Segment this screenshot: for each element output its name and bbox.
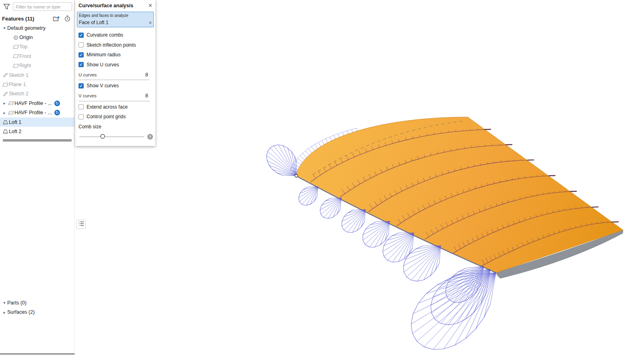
feature-tree-item-11-loft-2[interactable]: Loft 2 [0,127,74,136]
surface-icon [7,101,14,105]
feature-label: Right [19,63,31,68]
number-field-v-curves[interactable]: V curves8 [78,91,150,101]
feature-label: Loft 2 [9,129,21,134]
plane-icon [12,54,19,58]
checkbox-row-control-point-grids[interactable]: Control point grids [75,112,155,122]
feature-tree-item-8-havf-profile[interactable]: ▸HAVF Profile - ...↻ [0,99,74,108]
section-label-text: Comb size [78,124,101,130]
feature-label: Origin [19,35,33,40]
chevron-right-icon[interactable]: ▸ [2,101,7,105]
number-field-value[interactable]: 8 [145,72,150,78]
checkbox-label: Extend across face [87,104,128,110]
plane-icon [2,82,9,87]
origin-icon [12,35,19,40]
feature-tree-panel: Features (11) ▾Default geometryOriginTop… [0,0,75,354]
feature-tree-item-3-front[interactable]: Front [0,51,74,61]
section-label-comb-size: Comb size [75,122,155,132]
number-field-value[interactable]: 8 [145,93,150,99]
feature-tree-item-6-plane-1[interactable]: Plane 1 [0,80,74,89]
add-folder-icon[interactable] [53,16,60,22]
checkbox-minimum-radius[interactable]: ✓ [78,52,84,58]
chevron-down-icon[interactable]: ▾ [2,300,7,305]
feature-tree-item-2-top[interactable]: Top [0,42,74,51]
number-field-u-curves[interactable]: U curves8 [78,70,150,80]
tree-list-icon [78,221,84,227]
close-icon[interactable]: × [149,2,152,9]
feature-tree-item-7-sketch-2[interactable]: Sketch 2 [0,89,74,99]
feature-tree-item-4-right[interactable]: Right [0,61,74,70]
checkbox-control-point-grids[interactable] [78,114,84,119]
checkbox-show-u-curves[interactable]: ✓ [78,62,84,67]
comb-size-slider[interactable]: ? [79,132,144,141]
feature-label: Sketch 1 [9,72,29,78]
feature-tree-item-10-loft-1[interactable]: Loft 1 [0,117,74,127]
feature-label: Default geometry [7,25,45,31]
checkbox-label: Show V curves [87,83,119,88]
rollback-bar[interactable] [3,139,72,142]
surfaces-section-header[interactable]: ▸ Surfaces (2) [0,307,74,317]
chevron-right-icon[interactable]: ▸ [2,111,7,115]
features-header-row: Features (11) [0,12,74,23]
clear-selection-icon[interactable]: × [149,20,152,25]
help-icon[interactable]: ? [147,134,153,140]
filter-funnel-icon[interactable] [3,4,10,10]
checkbox-show-v-curves[interactable]: ✓ [78,83,84,88]
slider-track [79,136,144,137]
checkbox-label: Sketch inflection points [87,42,136,48]
feature-label: Loft 1 [9,119,21,125]
sketch-icon [2,72,9,78]
lists-section: ▾ Parts (0) ▸ Surfaces (2) [0,298,74,317]
filter-input[interactable] [13,2,72,11]
checkbox-row-show-u-curves[interactable]: ✓Show U curves [75,60,155,70]
checkbox-curvature-combs[interactable]: ✓ [78,33,84,38]
filter-bar [0,0,74,12]
parts-section-header[interactable]: ▾ Parts (0) [0,298,74,307]
feature-label: Top [19,44,27,49]
feature-tree-item-9-havf-profile[interactable]: ▸HAVF Profile - ...↻ [0,108,74,117]
number-field-label: V curves [78,93,97,98]
checkbox-label: Minimum radius [87,52,121,58]
checkbox-row-sketch-inflection-points[interactable]: Sketch inflection points [75,40,155,50]
feature-tree-item-0-default-geometry[interactable]: ▾Default geometry [0,23,74,33]
feature-label: HAVF Profile - ... [14,101,52,106]
linked-doc-icon[interactable]: ↻ [54,101,60,106]
dialog-title: Curve/surface analysis [78,3,133,8]
feature-label: Front [19,53,31,59]
feature-label: Sketch 2 [9,91,29,97]
feature-tree-item-1-origin[interactable]: Origin [0,33,74,42]
selection-box-label: Edges and faces to analyze [79,13,152,18]
surfaces-header-label: Surfaces (2) [7,309,35,315]
chevron-down-icon[interactable]: ▾ [2,26,7,30]
slider-handle[interactable] [100,134,105,139]
feature-label: Plane 1 [9,82,26,87]
curve-surface-analysis-dialog: Curve/surface analysis × Edges and faces… [75,0,155,146]
plane-icon [12,64,19,68]
chevron-right-icon[interactable]: ▸ [2,310,7,315]
feature-label: HAVF Profile - ... [14,110,52,115]
checkbox-label: Curvature combs [87,32,123,38]
selection-value: Face of Loft 1 [79,20,108,25]
checkbox-sketch-inflection-points[interactable] [78,42,84,47]
checkbox-row-extend-across-face[interactable]: Extend across face [75,102,155,112]
checkbox-row-show-v-curves[interactable]: ✓Show V curves [75,81,155,91]
checkbox-row-minimum-radius[interactable]: ✓Minimum radius [75,50,155,60]
history-icon[interactable] [64,15,70,22]
feature-tree-item-5-sketch-1[interactable]: Sketch 1 [0,70,74,80]
linked-doc-icon[interactable]: ↻ [54,110,60,115]
checkbox-row-curvature-combs[interactable]: ✓Curvature combs [75,30,155,40]
tree-toggle-button[interactable] [76,220,86,229]
loft-icon [2,129,9,134]
checkbox-label: Control point grids [87,114,126,119]
surface-icon [7,111,14,115]
checkbox-label: Show U curves [87,62,119,68]
plane-icon [12,45,19,49]
feature-tree: ▾Default geometryOriginTopFrontRightSket… [0,23,74,136]
parts-header-label: Parts (0) [7,300,27,306]
dialog-body: ✓Curvature combsSketch inflection points… [75,30,155,141]
features-header-label: Features (11) [2,16,34,22]
loft-icon [2,120,9,125]
number-field-label: U curves [78,72,97,77]
selection-box[interactable]: Edges and faces to analyze Face of Loft … [77,12,154,27]
sketch-icon [2,91,9,97]
checkbox-extend-across-face[interactable] [78,104,84,109]
